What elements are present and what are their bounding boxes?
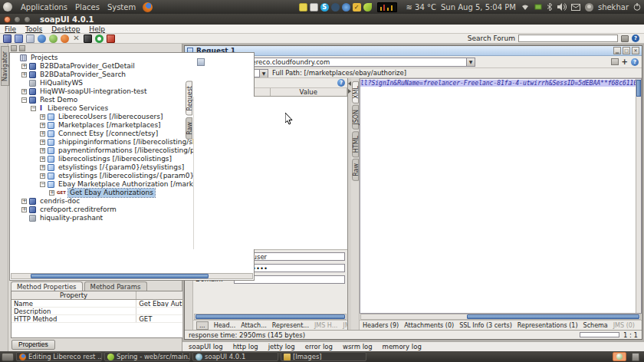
response-tab-xml[interactable]: XML	[352, 81, 359, 104]
tools-icon[interactable]: ✕	[72, 35, 80, 43]
tree-item-label[interactable]: HiqWW-soapUI-integration-test	[38, 87, 149, 96]
endpoint-url[interactable]: https://libereco.cloudfoundry.com	[219, 58, 466, 66]
tree-item-label[interactable]: B2BDataProvider_Search	[38, 71, 127, 79]
proxy-icon[interactable]	[61, 35, 69, 43]
tab-represent[interactable]: Represent...	[272, 322, 309, 329]
window-minimize-button[interactable]	[14, 16, 21, 23]
tab-ssl-info-3-certs[interactable]: SSL Info (3 certs)	[459, 322, 512, 329]
tree-toggle-icon[interactable]: +	[21, 207, 27, 212]
tree-item-label[interactable]: liberecolistings [/liberecolistings]	[57, 155, 173, 163]
log-tab-http-log[interactable]: http log	[233, 343, 258, 350]
show-desktop-icon[interactable]	[2, 353, 14, 361]
tabbed-layout-icon[interactable]	[611, 58, 619, 65]
request-tab-request[interactable]: Request	[186, 81, 192, 116]
tree-item-label[interactable]: crefoport.creditreform	[38, 206, 118, 214]
log-tab-memory-log[interactable]: memory log	[383, 343, 422, 350]
trash-icon[interactable]	[632, 353, 639, 361]
tree-toggle-icon[interactable]: +	[40, 156, 45, 162]
user-name[interactable]: shekhar	[598, 3, 629, 12]
tree-toggle-icon[interactable]: +	[40, 148, 45, 153]
tab-method-params[interactable]: Method Params	[84, 281, 147, 291]
menu-desktop[interactable]: Desktop	[51, 25, 80, 33]
menu-file[interactable]: File	[5, 25, 16, 33]
properties-button[interactable]: Properties	[12, 340, 55, 350]
toggle-properties-icon[interactable]	[19, 45, 25, 51]
bluetooth-icon[interactable]	[547, 3, 553, 11]
response-tab-json[interactable]: JSON	[352, 105, 359, 130]
tree-item-label[interactable]: Rest Demo	[38, 96, 79, 104]
tree-item-label[interactable]: HiQualityWS	[38, 79, 84, 87]
tree-item-label[interactable]: cendris-doc	[38, 197, 81, 206]
window-close-button[interactable]	[4, 16, 11, 23]
volume-icon[interactable]	[557, 3, 567, 11]
tree-toggle-icon[interactable]: +	[40, 123, 45, 128]
gnome-menu-system[interactable]: System	[104, 3, 140, 12]
forum-help-icon[interactable]: ?	[632, 35, 639, 42]
menu-tools[interactable]: Tools	[25, 25, 42, 33]
taskbar-item[interactable]: Spring - web/src/main...	[104, 352, 190, 361]
tab-representations-1[interactable]: Representations (1)	[518, 322, 578, 329]
user-menu-icon[interactable]	[585, 3, 593, 12]
clock[interactable]: Sun Aug 5, 5:04 PM	[441, 3, 516, 12]
log-tab-soapui-log[interactable]: soapUI log	[189, 343, 223, 350]
globe-tray-icon[interactable]	[342, 3, 350, 12]
notification-button[interactable]	[613, 352, 626, 361]
endpoint-dropdown-icon[interactable]: ▼	[466, 58, 475, 66]
applet-icon[interactable]	[84, 35, 92, 43]
params-table-body[interactable]	[193, 97, 347, 249]
response-vscroll-thumb[interactable]	[636, 80, 641, 97]
tree-toggle-icon[interactable]: +	[49, 190, 54, 196]
add-to-testcase-icon[interactable]	[197, 58, 205, 66]
tab-attachments-0[interactable]: Attachments (0)	[404, 322, 454, 329]
gnome-menu-places[interactable]: Places	[71, 3, 104, 12]
tree-hscroll-thumb[interactable]	[31, 274, 209, 278]
navigator-tab[interactable]: Navigator	[1, 46, 9, 86]
tree-item-label[interactable]: Marketplaces [/marketplaces]	[57, 121, 163, 130]
response-hscrollbar[interactable]	[360, 314, 641, 320]
request-hscrollbar[interactable]	[194, 314, 347, 320]
tree-toggle-icon[interactable]: −	[40, 182, 45, 187]
accept-dropdown-icon[interactable]: ▼	[259, 70, 268, 77]
tree-item[interactable]: +HiqWW-soapUI-integration-test	[10, 87, 254, 96]
browse-forum-icon[interactable]	[621, 35, 629, 42]
create-request-icon[interactable]: +	[622, 58, 628, 66]
log-tab-jetty-log[interactable]: jetty log	[268, 343, 295, 350]
tree-toggle-icon[interactable]: −	[21, 97, 27, 103]
tree-item-label[interactable]: Get Ebay Authorizations	[68, 189, 155, 197]
firefox-launcher-icon[interactable]	[143, 2, 153, 12]
ohloh-icon[interactable]	[95, 35, 104, 43]
tree-toggle-icon[interactable]: +	[21, 89, 27, 94]
forum-icon[interactable]	[38, 35, 46, 43]
request-minimize-button[interactable]: ▁	[613, 47, 621, 54]
tree-item[interactable]: Projects	[10, 54, 254, 62]
pidgin-tray-icon[interactable]	[331, 3, 340, 12]
power-icon[interactable]	[633, 3, 641, 11]
menu-help[interactable]: Help	[89, 25, 105, 33]
tab-method-properties[interactable]: Method Properties	[11, 281, 83, 291]
response-vscrollbar[interactable]	[636, 79, 641, 313]
taskbar-item[interactable]: soapUI 4.0.1	[192, 352, 278, 361]
response-hscroll-thumb[interactable]	[467, 314, 639, 319]
log-tab-error-log[interactable]: error log	[305, 343, 333, 350]
edit-tray-icon[interactable]	[310, 3, 318, 12]
skype-tray-icon[interactable]: S	[320, 3, 329, 12]
exit-icon[interactable]	[107, 35, 115, 43]
params-help-icon[interactable]: ?	[337, 79, 345, 87]
tree-item[interactable]: +B2BDataProvider_Search	[10, 71, 254, 79]
network-icon[interactable]	[534, 3, 542, 11]
tree-item-label[interactable]: Libereco Services	[46, 104, 110, 113]
mail-icon[interactable]	[571, 4, 580, 11]
tree-toggle-icon[interactable]: −	[31, 106, 36, 111]
request-hscroll-thumb[interactable]	[196, 314, 345, 319]
tree-item[interactable]: HiQualityWS	[10, 79, 254, 87]
tree-toggle-icon[interactable]: +	[40, 131, 45, 137]
log-tab-wsrm-log[interactable]: wsrm log	[343, 343, 373, 350]
tree-toggle-icon[interactable]: +	[21, 64, 27, 69]
note-tray-icon[interactable]	[299, 3, 307, 12]
request-maximize-button[interactable]: □	[623, 47, 630, 54]
tree-toggle-icon[interactable]: +	[40, 114, 45, 120]
tab-[interactable]: ...	[196, 321, 209, 330]
wifi-icon[interactable]	[521, 3, 530, 11]
tree-hscrollbar[interactable]	[11, 273, 253, 279]
check-tray-icon[interactable]: ✓	[353, 3, 361, 12]
